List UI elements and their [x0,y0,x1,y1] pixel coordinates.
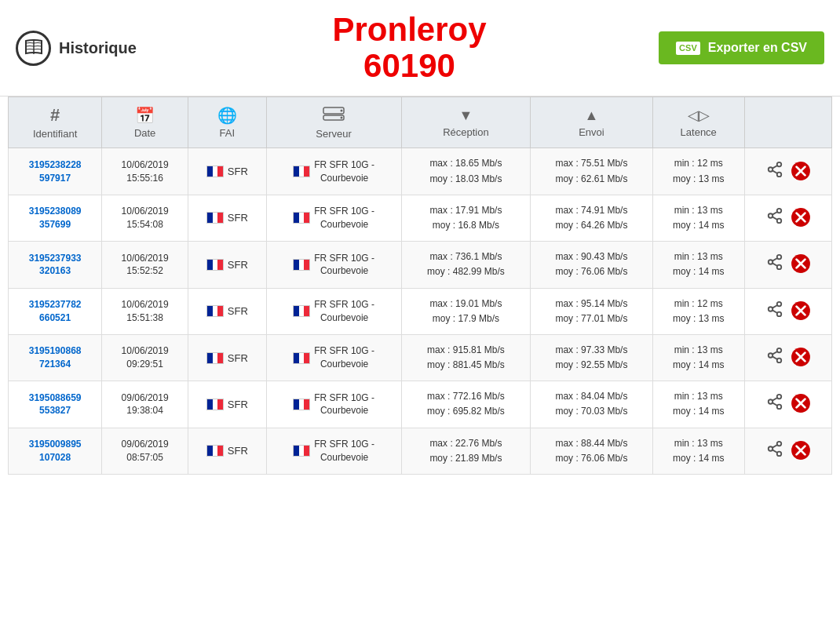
cell-latence: min : 12 ms moy : 13 ms [652,148,744,195]
cell-id: 3195238228 597917 [9,148,102,195]
svg-point-46 [777,405,782,410]
svg-point-12 [777,209,782,213]
logo-section: Historique [16,31,137,66]
cell-envoi: max : 90.43 Mb/s moy : 76.06 Mb/s [531,242,652,288]
cell-actions [744,428,831,474]
svg-point-36 [777,348,782,353]
cell-fai: SFR [188,242,266,288]
share-button[interactable] [764,440,786,462]
svg-line-40 [772,351,777,355]
delete-button[interactable] [790,440,812,462]
svg-point-20 [777,255,782,260]
cell-reception: max : 772.16 Mb/s moy : 695.82 Mb/s [401,381,531,428]
app-logo-icon [16,31,51,66]
col-actions [744,97,831,148]
cell-actions [744,288,831,334]
svg-point-44 [777,395,782,399]
table-row: 3195190868 721364 10/06/2019 09:29:51 SF… [9,334,832,381]
cell-server: FR SFR 10G -Courbevoie [266,148,401,195]
delete-button[interactable] [790,253,812,275]
share-button[interactable] [764,253,786,275]
history-table: # Identifiant 📅 Date 🌐 FAI [8,97,832,475]
cell-fai: SFR [188,288,266,334]
col-serveur: Serveur [266,97,401,148]
cell-reception: max : 18.65 Mb/s moy : 18.03 Mb/s [401,148,531,195]
flag-icon [293,352,310,364]
svg-point-28 [777,302,782,307]
delete-button[interactable] [790,207,812,229]
table-row: 3195238228 597917 10/06/2019 15:55:16 SF… [9,148,832,195]
svg-line-56 [772,445,777,448]
svg-point-38 [777,359,782,363]
svg-line-24 [772,258,777,261]
table-row: 3195238089 357699 10/06/2019 15:54:08 SF… [9,195,832,241]
cell-date: 09/06/2019 08:57:05 [102,428,188,474]
table-row: 3195088659 553827 09/06/2019 19:38:04 SF… [9,381,832,428]
share-button[interactable] [764,347,786,369]
cell-id: 3195237782 660521 [9,288,102,334]
svg-line-47 [772,403,777,406]
flag-icon [206,212,224,224]
cell-date: 10/06/2019 15:54:08 [102,195,188,241]
cell-date: 09/06/2019 19:38:04 [102,381,188,428]
export-csv-button[interactable]: CSV Exporter en CSV [659,31,824,64]
svg-point-52 [777,442,782,446]
col-reception: ▼ Réception [401,97,531,148]
delete-button[interactable] [790,347,812,369]
cell-date: 10/06/2019 15:51:38 [102,288,188,334]
svg-point-54 [777,451,782,456]
share-button[interactable] [764,207,786,229]
delete-button[interactable] [790,300,812,322]
svg-point-29 [769,307,773,311]
cell-reception: max : 915.81 Mb/s moy : 881.45 Mb/s [401,334,531,381]
flag-icon [206,259,224,271]
share-button[interactable] [764,393,786,415]
flag-icon [293,399,310,410]
svg-line-8 [772,166,777,169]
cell-envoi: max : 84.04 Mb/s moy : 70.03 Mb/s [531,381,652,428]
delete-button[interactable] [790,393,812,415]
col-fai: 🌐 FAI [188,97,266,148]
cell-fai: SFR [188,334,266,381]
cell-fai: SFR [188,148,266,195]
cell-server: FR SFR 10G -Courbevoie [266,334,401,381]
col-date: 📅 Date [102,97,188,148]
cell-latence: min : 13 ms moy : 14 ms [652,428,744,474]
svg-point-30 [777,311,782,316]
svg-point-14 [777,219,782,224]
share-button[interactable] [764,161,786,183]
col-identifiant: # Identifiant [9,97,102,148]
table-container: # Identifiant 📅 Date 🌐 FAI [0,97,840,475]
cell-reception: max : 19.01 Mb/s moy : 17.9 Mb/s [401,288,531,334]
svg-line-16 [772,212,777,215]
cell-actions [744,334,831,381]
svg-point-4 [777,162,782,166]
cell-fai: SFR [188,381,266,428]
svg-line-55 [772,450,777,453]
cell-server: FR SFR 10G -Courbevoie [266,428,401,474]
cell-id: 3195237933 320163 [9,242,102,288]
flag-icon [206,352,224,364]
table-row: 3195237933 320163 10/06/2019 15:52:52 SF… [9,242,832,288]
svg-point-13 [769,213,773,218]
flag-icon [206,399,224,410]
cell-server: FR SFR 10G -Courbevoie [266,242,401,288]
cell-envoi: max : 75.51 Mb/s moy : 62.61 Mb/s [531,148,652,195]
cell-actions [744,148,831,195]
flag-icon [293,166,310,177]
cell-actions [744,195,831,241]
flag-icon [293,305,310,317]
app-title: Historique [59,39,137,57]
svg-point-2 [341,109,343,111]
cell-reception: max : 736.1 Mb/s moy : 482.99 Mb/s [401,242,531,288]
city-name: Pronleroy [160,12,659,48]
svg-line-39 [772,356,777,359]
header: Historique Pronleroy 60190 CSV Exporter … [0,0,840,97]
csv-icon: CSV [676,42,700,55]
share-button[interactable] [764,300,786,322]
cell-id: 3195238089 357699 [9,195,102,241]
table-header-row: # Identifiant 📅 Date 🌐 FAI [9,97,832,148]
delete-button[interactable] [790,161,812,183]
svg-point-21 [769,260,773,265]
export-btn-label: Exporter en CSV [708,41,807,55]
